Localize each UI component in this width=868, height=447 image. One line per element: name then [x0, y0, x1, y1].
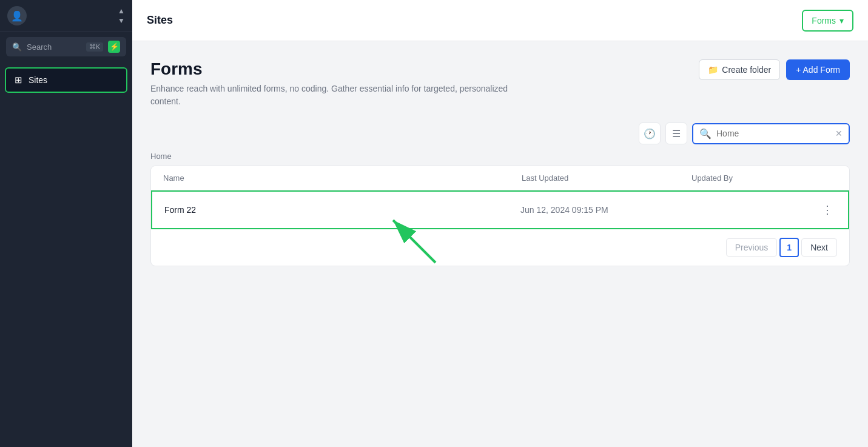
add-form-button[interactable]: + Add Form [786, 59, 850, 80]
page-title: Forms [150, 59, 514, 79]
col-actions [813, 173, 837, 183]
table-wrapper: Name Last Updated Updated By Form 22 Jun… [150, 166, 850, 266]
bolt-icon: ⚡ [108, 41, 120, 53]
sidebar-user[interactable]: 👤 ▲ ▼ [0, 0, 132, 32]
sidebar-search[interactable]: 🔍 Search ⌘K ⚡ [6, 37, 126, 56]
toolbar-row: 🕐 ☰ 🔍 ✕ [150, 123, 850, 144]
search-box-icon: 🔍 [699, 128, 712, 139]
table-row[interactable]: Form 22 Jun 12, 2024 09:15 PM ⋮ [151, 190, 849, 229]
user-icon: 👤 [7, 6, 27, 25]
topbar-title: Sites [147, 14, 790, 27]
content-area: Forms Enhance reach with unlimited forms… [132, 41, 868, 447]
keyboard-shortcut: ⌘K [86, 42, 103, 52]
form-name: Form 22 [164, 205, 520, 215]
table-header: Name Last Updated Updated By [151, 166, 849, 190]
content-title-section: Forms Enhance reach with unlimited forms… [150, 59, 514, 108]
page-description: Enhance reach with unlimited forms, no c… [150, 82, 514, 108]
clear-search-icon[interactable]: ✕ [835, 129, 843, 138]
col-name: Name [163, 173, 522, 183]
page-number[interactable]: 1 [779, 238, 799, 257]
create-folder-button[interactable]: 📁 Create folder [699, 59, 780, 80]
form-last-updated: Jun 12, 2024 09:15 PM [520, 205, 690, 215]
folder-icon: 📁 [708, 65, 718, 75]
main-area: Sites Forms ▾ Forms Enhance reach with u… [132, 0, 868, 447]
col-updated-by: Updated By [691, 173, 813, 183]
pagination: Previous 1 Next [151, 229, 849, 266]
forms-dropdown-button[interactable]: Forms ▾ [802, 10, 853, 32]
next-button[interactable]: Next [801, 238, 837, 257]
previous-button[interactable]: Previous [726, 238, 777, 257]
sidebar-item-sites[interactable]: ⊞ Sites [5, 67, 127, 93]
chevron-updown-icon: ▲ ▼ [118, 7, 125, 25]
content-header: Forms Enhance reach with unlimited forms… [150, 59, 850, 108]
sidebar-item-label: Sites [29, 75, 47, 85]
search-input[interactable] [716, 129, 830, 138]
col-last-updated: Last Updated [522, 173, 691, 183]
topbar: Sites Forms ▾ [132, 0, 868, 41]
forms-label: Forms [812, 16, 836, 25]
search-icon: 🔍 [12, 42, 22, 52]
chevron-down-icon: ▾ [839, 16, 844, 25]
breadcrumb: Home [150, 152, 850, 161]
search-label: Search [27, 42, 81, 52]
history-button[interactable]: 🕐 [639, 123, 661, 144]
list-view-button[interactable]: ☰ [665, 123, 687, 144]
content-actions: 📁 Create folder + Add Form [699, 59, 850, 80]
sites-icon: ⊞ [15, 75, 22, 86]
search-box: 🔍 ✕ [692, 123, 850, 144]
row-more-button[interactable]: ⋮ [819, 201, 836, 218]
sidebar-nav: ⊞ Sites [0, 61, 132, 447]
forms-table: Name Last Updated Updated By Form 22 Jun… [150, 166, 850, 266]
sidebar: 👤 ▲ ▼ 🔍 Search ⌘K ⚡ ⊞ Sites [0, 0, 132, 447]
